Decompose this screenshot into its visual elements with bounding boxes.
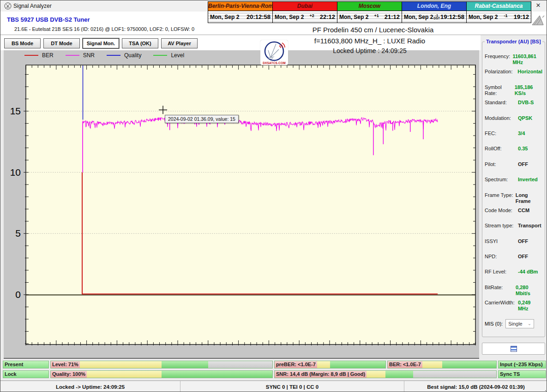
app-icon xyxy=(4,2,12,10)
tp-row-fec-: FEC:3/4 xyxy=(482,131,545,146)
dxsatcs-logo: DXSATCS.COM xyxy=(260,40,288,65)
clock-city-label: Moscow xyxy=(337,1,402,11)
tp-row-pilot-: Pilot:OFF xyxy=(482,161,545,177)
tab-bs-mode[interactable]: BS Mode xyxy=(4,38,41,48)
clock-city-label: Berlin-Paris-Vienna-Roma xyxy=(208,1,273,11)
world-clocks: Berlin-Paris-Vienna-RomaMon, Sep 220:12:… xyxy=(208,1,531,23)
mode-tabs: BS ModeDT ModeSignal Mon.TSA (OK)AV Play… xyxy=(4,38,198,48)
bar-level: Level: 71% xyxy=(50,361,273,368)
bar-input: Input (~235 Kbps) xyxy=(498,361,546,368)
tuner-subtitle: 21.6E - Eutelsat 21B SES 16 (ID: 0216) @… xyxy=(14,26,194,32)
clock-3: London, EngMon, Sep 2-1DST19:12:58 xyxy=(402,1,467,23)
window-title: Signal Analyzer xyxy=(13,3,52,9)
legend-swatch xyxy=(107,55,120,56)
legend-swatch xyxy=(66,55,79,56)
bar-preber: preBER: <1.0E-7 xyxy=(274,361,386,368)
clock-time: Mon, Sep 2-1DST19:12:58 xyxy=(402,11,467,23)
legend-item-ber: BER xyxy=(24,52,54,59)
tp-row-modulation-: Modulation:QPSK xyxy=(482,115,545,131)
dxsatcs-logo-text: DXSATCS.COM xyxy=(260,61,288,65)
chart-tooltip: 2024-09-02 01.36.09, value: 15 xyxy=(165,115,239,123)
chevron-down-icon: ⌄ xyxy=(528,321,531,326)
tp-row-frequency-: Frequency:11603,861 MHz xyxy=(482,53,545,69)
tab-av-player[interactable]: AV Player xyxy=(161,38,198,48)
clock-time: Mon, Sep 220:12:58 xyxy=(208,11,273,23)
tp-row-stream-type-: Stream type:Transport xyxy=(482,223,545,238)
transponder-rows: Frequency:11603,861 MHzPolarization:Hori… xyxy=(482,53,545,329)
clock-time: Mon, Sep 2-119:12 xyxy=(466,11,531,23)
status-best-signal: Best signal: 15,0 dB (2024-09-02 01:39) xyxy=(404,381,547,392)
tab-signal-mon-[interactable]: Signal Mon. xyxy=(83,38,119,48)
status-sync-counters: SYNC 0 | TEI 0 | CC 0 xyxy=(180,381,404,392)
signal-analyzer-window: Signal Analyzer ✕ TBS 5927 USB DVB-S2 Tu… xyxy=(0,0,547,392)
transponder-group-title: Transponder (AU) [BS] xyxy=(485,39,542,44)
bar-present: Present xyxy=(3,361,49,368)
clock-4: Rabat-CasablancaMon, Sep 2-119:12 xyxy=(466,1,531,23)
legend-item-quality: Quality xyxy=(107,52,141,59)
clock-time: Mon, Sep 2+121:12 xyxy=(337,11,402,23)
clock-0: Berlin-Paris-Vienna-RomaMon, Sep 220:12:… xyxy=(208,1,273,23)
clock-city-label: Dubai xyxy=(272,1,337,11)
tp-row-polarization-: Polarization:Horizontal xyxy=(482,69,545,84)
clock-time: Mon, Sep 2+222:12 xyxy=(272,11,337,23)
chart-legend: BERSNRQualityLevel xyxy=(24,52,184,59)
mis-dropdown[interactable]: Single⌄ xyxy=(505,319,534,328)
tab-dt-mode[interactable]: DT Mode xyxy=(43,38,80,48)
frequency-service-text: f=11603,800 MHz_H_ : LUXE Radio xyxy=(273,37,467,45)
dish-location-text: PF Prodelin 450 cm / Lucenec-Slovakia xyxy=(269,26,477,34)
bar-sync: Sync TS xyxy=(498,370,546,378)
close-icon[interactable]: ✕ xyxy=(534,2,543,10)
tp-row-spectrum-: Spectrum:Inverted xyxy=(482,177,545,192)
clock-city-label: Rabat-Casablanca xyxy=(466,1,531,11)
tp-row-rolloff-: RollOff:0.35 xyxy=(482,146,545,161)
list-icon xyxy=(511,346,517,352)
clock-city-label: London, Eng xyxy=(402,1,467,11)
tp-row-npd-: NPD:OFF xyxy=(482,254,545,269)
tp-row-bitrate-: BitRate:0,280 Mbit/s xyxy=(482,285,545,300)
tp-row-standard-: Standard:DVB-S xyxy=(482,100,545,115)
status-bar: Locked -> Uptime: 24:09:25 SYNC 0 | TEI … xyxy=(0,380,547,392)
satellite-dish-icon xyxy=(529,13,546,27)
tp-row-code-mode-: Code Mode:CCM xyxy=(482,208,545,223)
transport-list-button[interactable] xyxy=(482,343,545,355)
locked-uptime-text: Locked Uptime : 24:09:25 xyxy=(287,47,453,54)
tuner-title: TBS 5927 USB DVB-S2 Tuner xyxy=(7,16,90,23)
tp-row-frame-type-: Frame Type:Long Frame xyxy=(482,192,545,208)
clock-2: MoscowMon, Sep 2+121:12 xyxy=(337,1,402,23)
bar-quality: Quality: 100% xyxy=(50,370,273,378)
tab-tsa-ok-[interactable]: TSA (OK) xyxy=(122,38,158,48)
tp-row-carrierwidth-: CarrierWidth:0,249 MHz xyxy=(482,300,545,315)
mis-row: MIS (0):Single⌄ xyxy=(482,318,545,329)
legend-item-level: Level xyxy=(153,52,184,59)
status-locked-uptime: Locked -> Uptime: 24:09:25 xyxy=(0,381,180,392)
resize-grip[interactable] xyxy=(545,390,546,391)
legend-item-snr: SNR xyxy=(66,52,95,59)
legend-swatch xyxy=(153,55,167,56)
tp-row-rf-level-: RF Level:-44 dBm xyxy=(482,269,545,284)
bar-lock: Lock xyxy=(3,370,49,378)
legend-swatch xyxy=(24,55,38,56)
bar-snr: SNR: 14,4 dB (Margin: 8,9 dB | Good) xyxy=(274,370,497,378)
tp-row-symbol-rate-: Symbol Rate:185,186 KS/s xyxy=(482,84,545,100)
clock-1: DubaiMon, Sep 2+222:12 xyxy=(272,1,337,23)
tp-row-issyi: ISSYIOFF xyxy=(482,238,545,254)
bar-ber: BER: <1.0E-7 xyxy=(387,361,497,368)
chart-panel xyxy=(4,50,479,359)
